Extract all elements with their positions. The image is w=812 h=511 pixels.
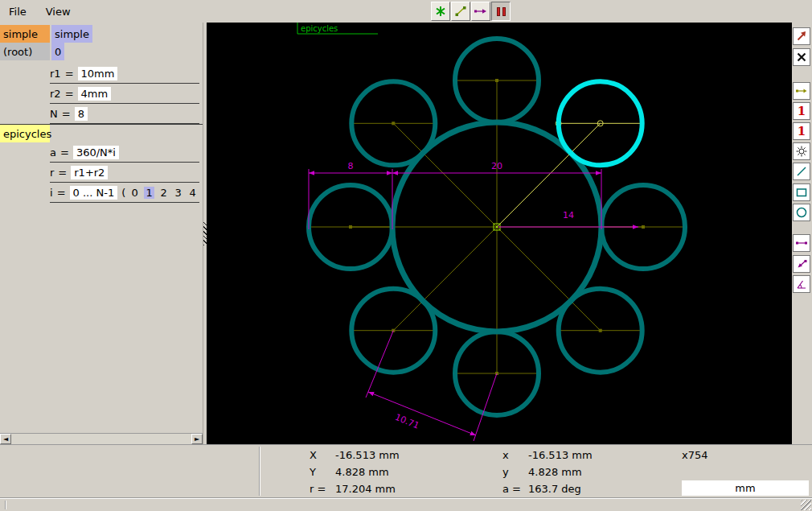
sidebar-scrollbar[interactable]: ◄ ► bbox=[0, 433, 203, 444]
tree-node-root-index[interactable]: 0 bbox=[51, 43, 64, 60]
dim-label-small-diameter[interactable]: 8 bbox=[348, 161, 354, 171]
right-toolbar: 1 1 bbox=[792, 23, 812, 444]
param-value-input[interactable]: r1+r2 bbox=[71, 166, 108, 179]
pointer-arrow-icon bbox=[795, 30, 808, 43]
rectangle-icon bbox=[795, 186, 808, 199]
param-row-r: r = r1+r2 bbox=[0, 163, 203, 183]
main-area: simple simple (root) 0 r1 = 10mm r2 = bbox=[0, 23, 812, 444]
param-name: r1 bbox=[50, 68, 61, 80]
param-name: r2 bbox=[50, 88, 61, 100]
drawing-canvas[interactable]: 8 20 14 10.71 epicycles bbox=[207, 23, 792, 444]
dim-label-spacing[interactable]: 10.71 bbox=[393, 412, 420, 431]
angle-dimension-button[interactable] bbox=[793, 275, 810, 293]
param-value-input[interactable]: 8 bbox=[75, 107, 88, 121]
digit-one-icon: 1 bbox=[798, 126, 806, 138]
iter-value-0[interactable]: 0 bbox=[129, 187, 140, 199]
iter-range-input[interactable]: 0 ... N-1 bbox=[70, 186, 118, 200]
open-paren: ( bbox=[121, 187, 125, 199]
scroll-right-button[interactable]: ► bbox=[191, 434, 203, 444]
group-label-epicycles[interactable]: epicycles bbox=[0, 125, 50, 142]
equals-sign: = bbox=[57, 187, 66, 199]
scrollbar-track[interactable] bbox=[11, 434, 191, 444]
status-x-label: X bbox=[310, 449, 335, 461]
snap-point-icon bbox=[434, 5, 447, 18]
dimension-button[interactable] bbox=[793, 234, 810, 252]
parameter-panel: simple simple (root) 0 r1 = 10mm r2 = bbox=[0, 23, 203, 444]
pause-button[interactable] bbox=[491, 2, 511, 21]
equals-sign: = bbox=[62, 108, 71, 120]
dim-label-center-distance[interactable]: 14 bbox=[563, 210, 574, 220]
top-toolbar bbox=[431, 2, 511, 21]
equals-sign: = bbox=[60, 146, 69, 159]
status-y-value: 4.828 mm bbox=[335, 466, 389, 478]
status-y2-value: 4.828 mm bbox=[528, 466, 582, 478]
param-row-r1: r1 = 10mm bbox=[0, 64, 203, 84]
digit-one-icon: 1 bbox=[798, 105, 806, 117]
pause-icon bbox=[497, 7, 506, 16]
dimension-tool-icon bbox=[474, 5, 488, 18]
status-x2-label: x bbox=[502, 449, 528, 461]
circle-tool-button[interactable] bbox=[793, 204, 810, 221]
unit-selector[interactable]: mm bbox=[682, 480, 809, 496]
menu-view[interactable]: View bbox=[43, 4, 73, 19]
menu-file[interactable]: File bbox=[6, 4, 29, 19]
tree-row-root: (root) 0 bbox=[0, 43, 203, 60]
line-tool-icon bbox=[454, 5, 467, 18]
tree-node-simple-instance[interactable]: simple bbox=[51, 25, 92, 43]
param-value-input[interactable]: 10mm bbox=[78, 67, 118, 80]
rotate-button[interactable] bbox=[793, 142, 810, 160]
status-divider bbox=[259, 447, 260, 496]
equals-sign: = bbox=[58, 167, 67, 179]
leader-icon bbox=[795, 258, 808, 270]
digit-one-button-b[interactable]: 1 bbox=[793, 122, 810, 140]
line-icon bbox=[795, 165, 808, 178]
param-row-N: N = 8 bbox=[0, 104, 203, 124]
tree-node-root[interactable]: (root) bbox=[0, 43, 50, 60]
dimension-icon bbox=[795, 237, 808, 249]
menu-bar: File View bbox=[0, 0, 812, 23]
scroll-left-button[interactable]: ◄ bbox=[0, 434, 11, 444]
rotate-icon bbox=[795, 145, 808, 158]
param-row-r2: r2 = 4mm bbox=[0, 84, 203, 104]
param-name: a bbox=[50, 146, 56, 159]
status-y2-label: y bbox=[502, 466, 528, 478]
epicycles-drawing[interactable]: 8 20 14 10.71 epicycles bbox=[207, 23, 792, 444]
snap-point-button[interactable] bbox=[431, 2, 450, 21]
zoom-level: x754 bbox=[682, 449, 708, 461]
status-a-value: 163.7 deg bbox=[528, 483, 581, 495]
close-button[interactable] bbox=[793, 48, 810, 66]
status-a-label: a = bbox=[502, 483, 528, 495]
status-r-label: r = bbox=[310, 483, 335, 495]
iter-value-3[interactable]: 3 bbox=[173, 187, 183, 199]
resize-grip[interactable] bbox=[801, 500, 811, 510]
equals-sign: = bbox=[65, 68, 74, 80]
bottom-bar-tick bbox=[5, 501, 6, 509]
group-row-epicycles: epicycles bbox=[0, 124, 203, 142]
param-name: N bbox=[50, 108, 58, 120]
dim-label-big-diameter[interactable]: 20 bbox=[491, 161, 502, 171]
circle-icon bbox=[795, 206, 808, 219]
status-x-value: -16.513 mm bbox=[335, 449, 400, 461]
iter-value-1-selected[interactable]: 1 bbox=[144, 187, 154, 199]
line-tool-button-right[interactable] bbox=[793, 163, 810, 180]
measure-button[interactable] bbox=[793, 82, 810, 100]
app-window: File View bbox=[0, 0, 812, 511]
dimension-tool-button[interactable] bbox=[471, 2, 490, 21]
digit-one-button-a[interactable]: 1 bbox=[793, 102, 810, 120]
iter-value-4[interactable]: 4 bbox=[187, 187, 198, 199]
param-value-input[interactable]: 360/N*i bbox=[73, 146, 119, 159]
canvas-group-label[interactable]: epicycles bbox=[301, 24, 338, 33]
status-r-value: 17.204 mm bbox=[335, 483, 396, 495]
pointer-arrow-button[interactable] bbox=[793, 27, 810, 45]
leader-button[interactable] bbox=[793, 255, 810, 273]
measure-icon bbox=[795, 84, 808, 97]
line-tool-button[interactable] bbox=[451, 2, 470, 21]
param-name: i bbox=[50, 187, 53, 199]
param-value-input[interactable]: 4mm bbox=[78, 87, 112, 101]
tree-node-simple[interactable]: simple bbox=[0, 25, 50, 43]
iter-value-2[interactable]: 2 bbox=[158, 187, 169, 199]
rectangle-tool-button[interactable] bbox=[793, 183, 810, 201]
bottom-status-bar bbox=[0, 497, 812, 511]
status-x2-value: -16.513 mm bbox=[528, 449, 593, 461]
angle-icon bbox=[795, 278, 808, 291]
